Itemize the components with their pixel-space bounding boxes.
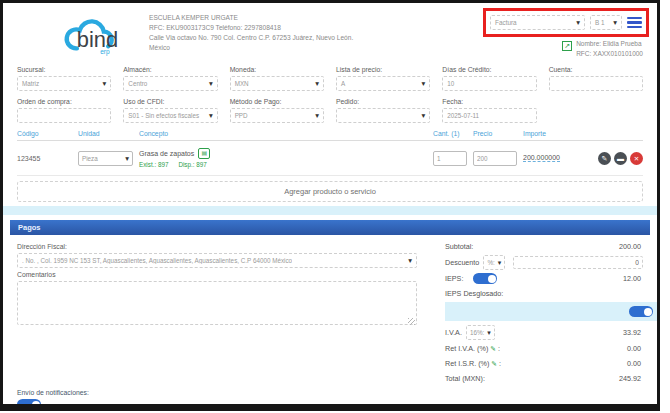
metodo-pago-select[interactable]: PPD ▾: [230, 108, 324, 123]
almacen-select[interactable]: Centro ▾: [123, 76, 217, 91]
sucursal-value: Matriz: [22, 80, 39, 87]
company-address-2: México: [149, 43, 461, 53]
total-value: 245.92: [619, 374, 643, 383]
dias-credito-label: Días de Crédito:: [442, 66, 536, 73]
comentarios-textarea[interactable]: [17, 281, 417, 325]
item-exist: Exist.: 897: [139, 161, 168, 168]
ieps-desglosado-toggle[interactable]: [629, 306, 653, 317]
item-concepto-cell: Grasa de zapatos ▤ Exist.: 897 Disp.: 89…: [139, 148, 427, 168]
document-type-value: Factura: [495, 19, 517, 26]
col-cant: Cant. (1): [433, 130, 467, 137]
edit-icon[interactable]: ✎: [490, 345, 496, 353]
ieps-row: IEPS: 12.00: [445, 272, 643, 285]
moneda-select[interactable]: MXN ▾: [230, 76, 324, 91]
items-table: Código Unidad Concepto Cant. (1) Precio …: [17, 130, 643, 176]
fields-row-2: Orden de compra: Uso de CFDI: S01 - Sin …: [17, 98, 643, 123]
iva-value: 33.92: [623, 328, 643, 337]
item-unidad-value: Pieza: [82, 155, 98, 162]
chevron-down-icon: ▾: [209, 80, 213, 88]
customer-rfc: RFC: XAXX010101000: [576, 49, 643, 59]
subtotal-row: Subtotal: 200.00: [445, 240, 643, 253]
direccion-fiscal-select[interactable]: . No. , Col. 1959 NC 153 ST, Aguascalien…: [17, 253, 417, 268]
pedido-select[interactable]: ▾: [336, 108, 430, 123]
ret-isr-value: 0.00: [627, 359, 643, 368]
delete-item-button[interactable]: ✕: [630, 152, 643, 165]
uso-cfdi-value: S01 - Sin efectos fiscales: [128, 112, 199, 119]
company-name: ESCUELA KEMPER URGATE: [149, 13, 461, 23]
item-importe[interactable]: 200.000000: [523, 154, 560, 162]
ret-iva-label: Ret I.V.A. (%): [445, 344, 488, 353]
document-type-select[interactable]: Factura ▾: [490, 15, 585, 30]
notifications-section: Envío de notificaciones: ✉ Notificar a: …: [3, 387, 657, 404]
sucursal-select[interactable]: Matriz ▾: [17, 76, 111, 91]
edit-icon[interactable]: ✎: [491, 360, 497, 368]
total-label: Total (MXN):: [445, 374, 485, 383]
customer-summary: ↗ Nombre: Elidia Prueba RFC: XAXX0101010…: [562, 39, 649, 59]
direccion-fiscal-label: Dirección Fiscal:: [17, 243, 417, 250]
bind-logo: bind erp: [55, 8, 143, 63]
metodo-pago-value: PPD: [235, 112, 248, 119]
chevron-down-icon: ▾: [315, 112, 319, 120]
iva-label: I.V.A.: [445, 328, 462, 337]
iva-rate-value: 16%:: [470, 329, 484, 336]
section-divider-band: [3, 206, 657, 215]
cuenta-input[interactable]: [549, 76, 643, 91]
orden-compra-input[interactable]: [17, 108, 111, 123]
serie-select[interactable]: B 1 ▾: [590, 15, 622, 30]
envio-notificaciones-label: Envío de notificaciones:: [17, 389, 643, 396]
note-item-button[interactable]: ▬: [614, 152, 627, 165]
iva-rate-select[interactable]: 16%: ▾: [466, 325, 495, 340]
pagos-left-column: Dirección Fiscal: . No. , Col. 1959 NC 1…: [17, 240, 417, 387]
pedido-label: Pedido:: [336, 98, 430, 105]
chevron-down-icon: ▾: [487, 329, 491, 337]
items-table-header: Código Unidad Concepto Cant. (1) Precio …: [17, 130, 643, 141]
ieps-desglosado-toggle-row: [445, 302, 657, 321]
customer-lines: Nombre: Elidia Prueba RFC: XAXX010101000: [576, 39, 643, 59]
header: bind erp ESCUELA KEMPER URGATE RFC: EKU9…: [3, 3, 657, 63]
col-unidad: Unidad: [78, 130, 133, 137]
moneda-label: Moneda:: [230, 66, 324, 73]
item-cant-input[interactable]: [433, 151, 467, 166]
item-actions: ✎ ▬ ✕: [591, 152, 643, 165]
comentarios-wrap: [17, 281, 417, 329]
totals-panel: Subtotal: 200.00 Descuento %: ▾ IEPS: 12…: [445, 240, 643, 387]
pencil-icon: ✎: [602, 155, 608, 162]
product-stock-icon[interactable]: ▤: [198, 148, 210, 159]
external-link-icon[interactable]: ↗: [562, 41, 572, 51]
pagos-section: Dirección Fiscal: . No. , Col. 1959 NC 1…: [3, 235, 657, 387]
fecha-input[interactable]: [442, 108, 536, 123]
chevron-down-icon: ▾: [103, 80, 107, 88]
item-unidad-select[interactable]: Pieza ▾: [78, 151, 133, 166]
chevron-down-icon: ▾: [422, 112, 426, 120]
dias-credito-input[interactable]: [442, 76, 536, 91]
iva-row: I.V.A. 16%: ▾ 33.92: [445, 325, 643, 340]
fields-row-1: Sucursal: Matriz ▾ Almacén: Centro ▾ Mon…: [17, 66, 643, 91]
uso-cfdi-select[interactable]: S01 - Sin efectos fiscales ▾: [123, 108, 217, 123]
item-precio-input[interactable]: [473, 151, 517, 166]
add-product-button[interactable]: Agregar producto o servicio: [17, 181, 643, 202]
close-icon: ✕: [634, 155, 639, 162]
chevron-down-icon: ▾: [125, 154, 129, 163]
envio-notificaciones-toggle[interactable]: [17, 399, 41, 410]
almacen-label: Almacén:: [123, 66, 217, 73]
metodo-pago-label: Método de Pago:: [230, 98, 324, 105]
item-disp: Disp.: 897: [178, 161, 206, 168]
company-address-1: Calle Via octavo No. 790 Col. Centro C.P…: [149, 33, 461, 43]
descuento-input[interactable]: [513, 256, 643, 269]
edit-item-button[interactable]: ✎: [598, 152, 611, 165]
chevron-down-icon: ▾: [422, 80, 426, 88]
invoice-window: bind erp ESCUELA KEMPER URGATE RFC: EKU9…: [0, 0, 660, 411]
header-right: Factura ▾ B 1 ▾ ↗ Nombre: Elidia Prueba …: [461, 8, 649, 63]
note-icon: ▬: [617, 155, 624, 162]
lista-precio-select[interactable]: A ▾: [336, 76, 430, 91]
ret-isr-label: Ret I.S.R. (%): [445, 359, 489, 368]
pagos-section-header: Pagos: [10, 220, 650, 235]
ieps-desglosado-label: IEPS Desglosado:: [445, 289, 503, 298]
direccion-fiscal-value: . No. , Col. 1959 NC 153 ST, Aguascalien…: [22, 257, 292, 264]
ieps-toggle[interactable]: [473, 273, 497, 284]
chevron-down-icon: ▾: [498, 259, 502, 267]
logo-text: bind: [77, 26, 118, 51]
subtotal-label: Subtotal:: [445, 242, 473, 251]
descuento-unit-select[interactable]: %: ▾: [483, 255, 505, 270]
menu-icon[interactable]: [627, 17, 642, 29]
